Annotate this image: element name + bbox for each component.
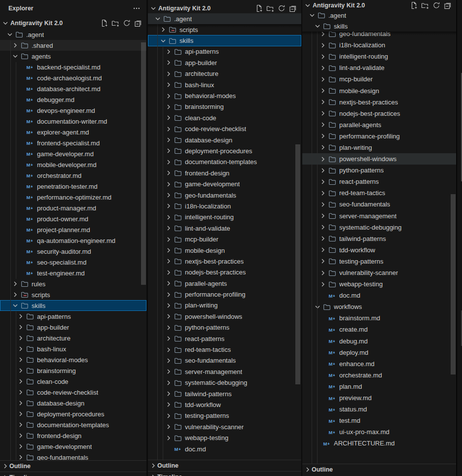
- chevron-down-icon[interactable]: [149, 4, 157, 12]
- tree-item-skills[interactable]: skills: [302, 21, 456, 32]
- refresh-icon[interactable]: [432, 1, 440, 9]
- tree-item-nodejs-best-practices[interactable]: nodejs-best-practices: [148, 267, 301, 278]
- section-timeline[interactable]: Timeline: [148, 471, 301, 476]
- tree-item-database-architect.md[interactable]: Mdatabase-architect.md: [0, 83, 146, 94]
- chevron-right-icon[interactable]: [319, 246, 327, 254]
- tree-item-frontend-design[interactable]: frontend-design: [0, 430, 146, 441]
- tree-item-enhance.md[interactable]: Menhance.md: [302, 358, 456, 370]
- tree-item-security-auditor.md[interactable]: Msecurity-auditor.md: [0, 246, 146, 257]
- tree-item-parallel-agents[interactable]: parallel-agents: [302, 119, 456, 131]
- tree-item-plan-writing[interactable]: plan-writing: [148, 300, 301, 311]
- chevron-right-icon[interactable]: [165, 158, 173, 166]
- tree-item-mcp-builder[interactable]: mcp-builder: [302, 73, 456, 85]
- tree-item-orchestrate.md[interactable]: Morchestrate.md: [302, 370, 456, 381]
- tree-item-tdd-workflow[interactable]: tdd-workflow: [148, 399, 301, 410]
- chevron-right-icon[interactable]: [319, 87, 327, 95]
- chevron-right-icon[interactable]: [165, 346, 173, 354]
- chevron-down-icon[interactable]: [154, 15, 162, 23]
- chevron-right-icon[interactable]: [165, 169, 173, 177]
- tree-item-red-team-tactics[interactable]: red-team-tactics: [148, 344, 301, 355]
- tree-item-code-review-checklist[interactable]: code-review-checklist: [148, 124, 301, 135]
- chevron-right-icon[interactable]: [17, 345, 25, 353]
- chevron-right-icon[interactable]: [165, 70, 173, 78]
- tree-item-qa-automation-engineer.md[interactable]: Mqa-automation-engineer.md: [0, 235, 146, 246]
- tree-item-python-patterns[interactable]: python-patterns: [148, 322, 301, 333]
- tree-item-api-patterns[interactable]: api-patterns: [148, 46, 301, 57]
- chevron-down-icon[interactable]: [6, 31, 14, 38]
- tree-item-geo-fundamentals[interactable]: geo-fundamentals: [0, 452, 146, 460]
- tree-item-plan-writing[interactable]: plan-writing: [302, 142, 456, 153]
- tree-item-.agent[interactable]: .agent: [148, 13, 301, 24]
- tree-item-documentation-writer.md[interactable]: Mdocumentation-writer.md: [0, 116, 146, 127]
- chevron-right-icon[interactable]: [165, 269, 173, 276]
- tree-item-systematic-debugging[interactable]: systematic-debugging: [148, 377, 301, 388]
- chevron-down-icon[interactable]: [159, 37, 167, 45]
- tree-item-database-design[interactable]: database-design: [148, 135, 301, 145]
- chevron-right-icon[interactable]: [319, 223, 327, 231]
- new-file-icon[interactable]: [100, 19, 108, 27]
- chevron-down-icon[interactable]: [11, 302, 19, 309]
- chevron-down-icon[interactable]: [1, 19, 9, 27]
- tree-item-mcp-builder[interactable]: mcp-builder: [148, 234, 301, 244]
- chevron-right-icon[interactable]: [165, 434, 173, 442]
- chevron-right-icon[interactable]: [165, 412, 173, 420]
- tree-item-server-management[interactable]: server-management: [148, 366, 301, 377]
- section-outline[interactable]: Outline: [302, 464, 456, 475]
- chevron-right-icon[interactable]: [165, 379, 173, 387]
- tree-item-product-manager.md[interactable]: Mproduct-manager.md: [0, 203, 146, 213]
- tree-item-mobile-design[interactable]: mobile-design: [148, 245, 301, 256]
- tree-item-powershell-windows[interactable]: powershell-windows: [148, 311, 301, 322]
- tree-item-workflows[interactable]: workflows: [302, 301, 456, 312]
- tree-item-systematic-debugging[interactable]: systematic-debugging: [302, 222, 456, 233]
- chevron-right-icon[interactable]: [319, 132, 327, 140]
- chevron-right-icon[interactable]: [17, 399, 25, 407]
- chevron-right-icon[interactable]: [17, 388, 25, 396]
- chevron-right-icon[interactable]: [165, 423, 173, 431]
- collapse-all-icon[interactable]: [134, 19, 142, 27]
- tree-item-seo-specialist.md[interactable]: Mseo-specialist.md: [0, 257, 146, 268]
- scrollbar-thumb[interactable]: [141, 42, 146, 285]
- tree-item-game-developer.md[interactable]: Mgame-developer.md: [0, 148, 146, 159]
- tree-item-test-engineer.md[interactable]: Mtest-engineer.md: [0, 268, 146, 278]
- tree-item-explorer-agent.md[interactable]: Mexplorer-agent.md: [0, 127, 146, 137]
- chevron-right-icon[interactable]: [165, 335, 173, 342]
- tree-item-doc.md[interactable]: Mdoc.md: [302, 290, 456, 301]
- chevron-right-icon[interactable]: [165, 48, 173, 56]
- chevron-right-icon[interactable]: [165, 401, 173, 408]
- more-actions-icon[interactable]: [133, 4, 141, 12]
- tree-item-seo-fundamentals[interactable]: seo-fundamentals: [148, 355, 301, 366]
- tree-item-deploy.md[interactable]: Mdeploy.md: [302, 347, 456, 358]
- chevron-down-icon[interactable]: [314, 22, 321, 30]
- tree-item-.agent[interactable]: .agent: [0, 29, 146, 40]
- chevron-right-icon[interactable]: [319, 178, 327, 186]
- tree-item-frontend-design[interactable]: frontend-design: [148, 168, 301, 178]
- tree-item-.shared[interactable]: .shared: [0, 40, 146, 51]
- tree-item-devops-engineer.md[interactable]: Mdevops-engineer.md: [0, 105, 146, 116]
- chevron-right-icon[interactable]: [165, 246, 173, 254]
- chevron-right-icon[interactable]: [319, 75, 327, 83]
- tree-item-backend-specialist.md[interactable]: Mbackend-specialist.md: [0, 62, 146, 72]
- chevron-right-icon[interactable]: [319, 155, 327, 163]
- chevron-right-icon[interactable]: [165, 357, 173, 365]
- chevron-right-icon[interactable]: [165, 213, 173, 221]
- section-outline[interactable]: Outline: [0, 460, 146, 472]
- tree-item-project-planner.md[interactable]: Mproject-planner.md: [0, 224, 146, 235]
- tree-item-tailwind-patterns[interactable]: tailwind-patterns: [302, 233, 456, 244]
- chevron-right-icon[interactable]: [165, 224, 173, 232]
- chevron-right-icon[interactable]: [17, 377, 25, 385]
- tree-item-architecture[interactable]: architecture: [148, 68, 301, 79]
- tree-item-webapp-testing[interactable]: webapp-testing: [148, 432, 301, 443]
- tree-item-intelligent-routing[interactable]: intelligent-routing: [302, 51, 456, 62]
- tree-item-scripts[interactable]: scripts: [0, 289, 146, 300]
- chevron-right-icon[interactable]: [319, 64, 327, 72]
- tree-item-red-team-tactics[interactable]: red-team-tactics: [302, 187, 456, 199]
- tree-item-plan.md[interactable]: Mplan.md: [302, 381, 456, 392]
- chevron-right-icon[interactable]: [319, 143, 327, 151]
- chevron-right-icon[interactable]: [1, 474, 9, 476]
- tree-item-i18n-localization[interactable]: i18n-localization: [148, 201, 301, 211]
- tree-item-lint-and-validate[interactable]: lint-and-validate: [302, 62, 456, 73]
- tree-item-frontend-specialist.md[interactable]: Mfrontend-specialist.md: [0, 137, 146, 148]
- tree-item-ui-ux-pro-max.md[interactable]: Mui-ux-pro-max.md: [302, 426, 456, 438]
- chevron-down-icon[interactable]: [304, 1, 312, 9]
- chevron-right-icon[interactable]: [319, 53, 327, 61]
